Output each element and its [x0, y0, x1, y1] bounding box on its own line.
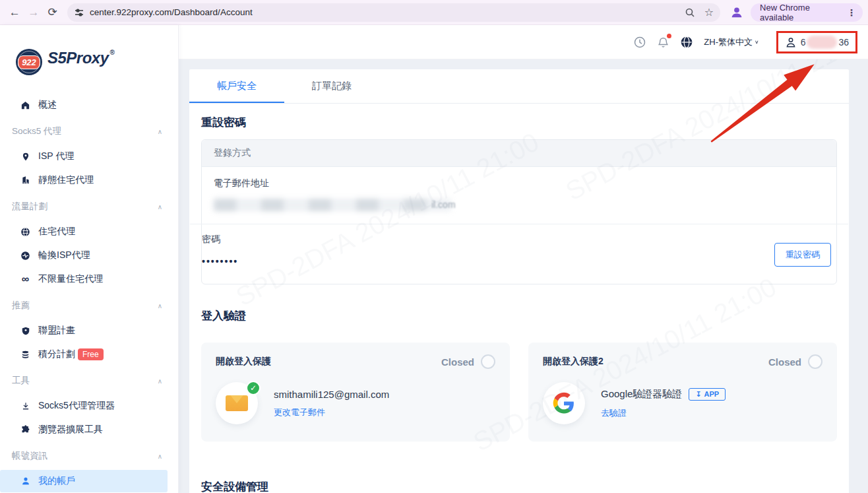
shield-icon — [20, 326, 31, 336]
registered-mark: ® — [110, 49, 115, 56]
url-text[interactable]: center.922proxy.com/Dashboard/Account — [90, 7, 685, 17]
browser-back-icon[interactable]: ← — [5, 3, 24, 22]
page-header: ZH-繁体中文 ∨ 6 36 — [179, 25, 868, 59]
sidebar-item-browser-extension[interactable]: 瀏覽器擴展工具 — [0, 418, 178, 441]
sidebar-section-socks5[interactable]: Socks5 代理∧ — [0, 119, 178, 144]
download-icon: ↧ — [695, 390, 701, 399]
account-id-prefix: 6 — [801, 37, 806, 48]
toggle-off[interactable] — [808, 354, 822, 369]
password-label: 密碼 — [202, 234, 238, 246]
globe-icon — [20, 227, 31, 237]
chevron-up-icon: ∧ — [158, 302, 162, 310]
person-icon — [785, 36, 797, 48]
tab-order-history[interactable]: 訂單記錄 — [284, 69, 379, 103]
language-globe-icon[interactable] — [680, 36, 693, 49]
sidebar-nav: 概述 Socks5 代理∧ ISP 代理 靜態住宅代理 流量計劃∧ 住宅代理 — [0, 94, 178, 493]
address-bar[interactable]: center.922proxy.com/Dashboard/Account ☆ — [67, 3, 720, 22]
chevron-down-icon: ∨ — [755, 40, 759, 45]
sidebar-item-affiliate-program[interactable]: 聯盟計畫 — [0, 319, 178, 342]
chevron-up-icon: ∧ — [158, 128, 162, 135]
sidebar-section-traffic-plans[interactable]: 流量計劃∧ — [0, 194, 178, 219]
verified-email-text: smithamili125@gmail.com — [274, 389, 389, 400]
notifications-bell-icon[interactable] — [657, 36, 669, 49]
tab-account-security[interactable]: 帳戶安全 — [189, 69, 284, 103]
email-tail-text: il.com — [431, 199, 456, 210]
email-protection-card: 開啟登入保護 Closed ✓ smithamili125@gmail.com — [201, 343, 510, 442]
chevron-up-icon: ∧ — [158, 378, 162, 385]
site-settings-icon[interactable] — [74, 7, 84, 18]
download-icon — [20, 401, 31, 411]
security-devices-title: 安全設備管理 — [201, 479, 837, 493]
google-icon-circle — [543, 382, 585, 424]
logo-number: 922 — [18, 55, 40, 69]
card-title: 開啟登入保護2 — [543, 356, 604, 368]
sidebar-item-static-residential[interactable]: 靜態住宅代理 — [0, 169, 178, 191]
pin-icon — [20, 152, 31, 162]
sidebar-item-residential-proxy[interactable]: 住宅代理 — [0, 220, 178, 243]
status-closed: Closed — [441, 354, 495, 369]
login-method-header: 登錄方式 — [202, 140, 836, 167]
chevron-up-icon: ∧ — [158, 203, 162, 211]
redaction-blur — [807, 36, 837, 49]
reset-password-card: 登錄方式 電子郵件地址 il.com 密碼 •••••••• 重設密碼 — [201, 139, 837, 284]
infinity-icon: ∞ — [20, 273, 31, 285]
card-title: 開啟登入保護 — [216, 356, 271, 368]
google-auth-text: Google驗證器驗證 — [601, 388, 682, 401]
chrome-update-label: New Chrome available — [760, 3, 842, 22]
sidebar-item-overview[interactable]: 概述 — [0, 94, 178, 116]
sidebar-item-unlimited-residential[interactable]: ∞ 不限量住宅代理 — [0, 268, 178, 290]
password-section: 密碼 •••••••• 重設密碼 — [202, 224, 836, 284]
chevron-up-icon: ∧ — [158, 453, 162, 460]
sidebar-item-isp-proxy[interactable]: ISP 代理 — [0, 145, 178, 168]
sidebar-item-my-account[interactable]: 我的帳戶 — [0, 470, 168, 492]
sidebar-section-referral[interactable]: 推薦∧ — [0, 293, 178, 318]
rotate-icon — [20, 251, 31, 261]
change-email-link[interactable]: 更改電子郵件 — [274, 407, 389, 418]
sidebar-section-account-info[interactable]: 帳號資訊∧ — [0, 444, 178, 469]
sidebar: 922 S5Proxy® 概述 Socks5 代理∧ ISP 代理 靜態住宅代理… — [0, 25, 179, 493]
verified-check-icon: ✓ — [246, 381, 261, 395]
bookmark-star-icon[interactable]: ☆ — [704, 6, 714, 18]
google-g-icon — [553, 392, 575, 414]
home-icon — [20, 100, 31, 110]
reset-password-button[interactable]: 重設密碼 — [774, 243, 831, 267]
user-icon — [20, 477, 31, 486]
building-icon — [20, 176, 31, 185]
email-icon-circle: ✓ — [216, 382, 258, 424]
puzzle-icon — [20, 425, 31, 435]
email-section: 電子郵件地址 il.com — [202, 167, 836, 224]
login-verification-title: 登入驗證 — [201, 308, 837, 323]
browser-toolbar: ← → ⟳ center.922proxy.com/Dashboard/Acco… — [0, 0, 868, 25]
logo-globe-icon: 922 — [16, 49, 42, 75]
sidebar-item-socks5-manager[interactable]: Socks5代理管理器 — [0, 395, 178, 417]
logo-text: S5Proxy® — [47, 49, 114, 67]
account-id-chip[interactable]: 6 36 — [776, 31, 857, 53]
screen: ← → ⟳ center.922proxy.com/Dashboard/Acco… — [0, 0, 868, 493]
status-closed: Closed — [768, 354, 822, 369]
language-selector[interactable]: ZH-繁体中文 ∨ — [704, 36, 759, 48]
content-card: 帳戶安全 訂單記錄 重設密碼 登錄方式 電子郵件地址 il.com 密碼 — [189, 69, 849, 493]
toggle-off[interactable] — [481, 354, 495, 369]
sidebar-section-tools[interactable]: 工具∧ — [0, 368, 178, 393]
browser-profile-icon[interactable] — [729, 5, 744, 20]
history-icon[interactable] — [633, 36, 646, 49]
redaction-blur — [214, 199, 451, 211]
email-value-redacted: il.com — [214, 198, 497, 213]
tab-bar: 帳戶安全 訂單記錄 — [189, 69, 849, 104]
chrome-update-pill[interactable]: New Chrome available ⋮ — [751, 3, 863, 22]
go-verify-link[interactable]: 去驗證 — [601, 407, 726, 419]
account-id-suffix: 36 — [838, 37, 849, 48]
main-area: 帳戶安全 訂單記錄 重設密碼 登錄方式 電子郵件地址 il.com 密碼 — [179, 59, 868, 493]
email-label: 電子郵件地址 — [214, 178, 824, 189]
google-auth-card: 開啟登入保護2 Closed Google驗證器驗證 — [528, 343, 837, 442]
zoom-icon[interactable] — [685, 7, 695, 18]
brand-logo[interactable]: 922 S5Proxy® — [0, 44, 178, 92]
sidebar-item-points-program[interactable]: 積分計劃 Free — [0, 343, 178, 366]
browser-refresh-icon[interactable]: ⟳ — [43, 3, 62, 22]
app-download-button[interactable]: ↧ APP — [689, 388, 726, 401]
verification-cards: 開啟登入保護 Closed ✓ smithamili125@gmail.com — [201, 343, 837, 442]
notification-dot — [667, 34, 671, 38]
password-value: •••••••• — [202, 256, 238, 267]
sidebar-item-rotating-isp[interactable]: 輪換ISP代理 — [0, 244, 178, 267]
browser-menu-icon[interactable]: ⋮ — [847, 7, 856, 18]
